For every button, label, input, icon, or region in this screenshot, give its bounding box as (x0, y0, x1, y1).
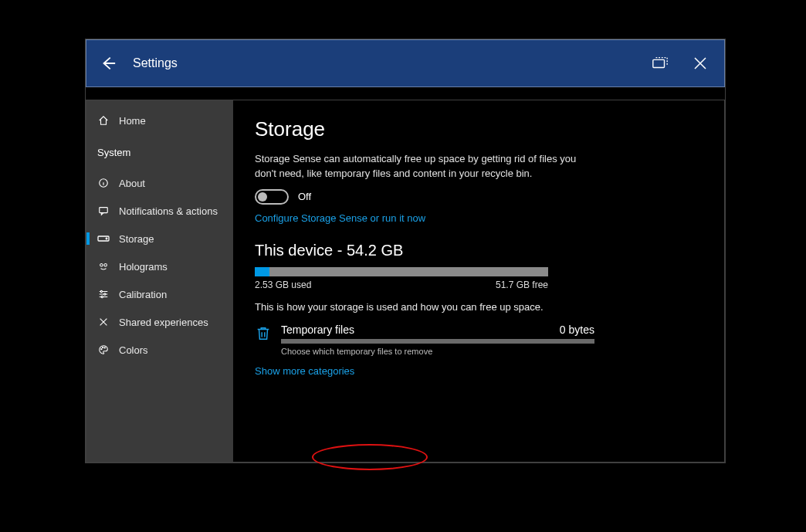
storage-usage-bar-used (255, 267, 269, 276)
sidebar-section-header: System (86, 139, 233, 166)
main-content: Storage Storage Sense can automatically … (233, 100, 724, 462)
category-name: Temporary files (281, 324, 354, 336)
sidebar-item-label: Holograms (119, 261, 168, 273)
window-title: Settings (133, 56, 178, 70)
sidebar-home[interactable]: Home (86, 107, 233, 134)
storage-sense-description: Storage Sense can automatically free up … (255, 152, 587, 181)
svg-point-4 (106, 238, 107, 239)
svg-point-5 (100, 264, 103, 267)
sidebar-item-colors[interactable]: Colors (86, 336, 233, 364)
svg-rect-0 (653, 59, 665, 67)
svg-point-10 (101, 349, 102, 350)
sidebar: Home System About Notifications & action… (86, 100, 233, 462)
sidebar-item-label: Calibration (119, 289, 167, 300)
sliders-icon (97, 288, 110, 300)
hologram-icon (97, 260, 110, 273)
share-icon (97, 316, 110, 328)
info-icon (97, 177, 110, 189)
svg-point-11 (103, 347, 103, 347)
category-subtext: Choose which temporary files to remove (281, 347, 594, 356)
svg-point-8 (104, 293, 106, 295)
storage-used-label: 2.53 GB used (255, 280, 311, 290)
storage-sense-toggle-label: Off (298, 191, 311, 202)
storage-usage-bar (255, 267, 548, 276)
sidebar-item-label: Notifications & actions (119, 205, 218, 217)
svg-point-7 (100, 290, 102, 292)
storage-free-label: 51.7 GB free (496, 280, 548, 290)
titlebar: Settings (86, 39, 725, 87)
show-more-categories-link[interactable]: Show more categories (255, 365, 354, 377)
sidebar-item-label: Storage (119, 233, 154, 245)
sidebar-item-notifications[interactable]: Notifications & actions (86, 197, 233, 225)
device-heading: This device - 54.2 GB (255, 242, 703, 259)
svg-rect-2 (100, 208, 108, 213)
sidebar-item-storage[interactable]: Storage (86, 225, 233, 252)
sidebar-item-label: About (119, 178, 145, 189)
category-temporary-files[interactable]: Temporary files 0 bytes Choose which tem… (255, 324, 594, 356)
svg-point-6 (104, 264, 107, 267)
category-bar (281, 339, 594, 344)
svg-point-9 (101, 296, 103, 297)
hololens-follow-icon[interactable] (647, 50, 673, 76)
svg-point-12 (104, 347, 105, 348)
configure-storage-sense-link[interactable]: Configure Storage Sense or run it now (255, 212, 425, 224)
storage-sense-toggle[interactable] (255, 189, 289, 205)
palette-icon (97, 344, 110, 356)
sidebar-item-shared-experiences[interactable]: Shared experiences (86, 308, 233, 336)
category-size: 0 bytes (560, 324, 594, 336)
close-button[interactable] (687, 50, 713, 76)
sidebar-item-label: Colors (119, 344, 148, 356)
home-icon (97, 114, 110, 127)
sidebar-item-calibration[interactable]: Calibration (86, 280, 233, 308)
sidebar-item-about[interactable]: About (86, 169, 233, 197)
drive-icon (97, 232, 110, 245)
sidebar-item-label: Shared experiences (119, 317, 208, 328)
trash-icon (255, 325, 272, 342)
settings-window: Settings Home System About (85, 39, 726, 463)
message-icon (97, 205, 110, 217)
storage-usage-description: This is how your storage is used and how… (255, 301, 703, 313)
page-heading: Storage (255, 117, 703, 141)
back-button[interactable] (97, 53, 119, 74)
sidebar-item-holograms[interactable]: Holograms (86, 252, 233, 280)
sidebar-home-label: Home (119, 115, 146, 127)
window-body: Home System About Notifications & action… (86, 100, 725, 463)
